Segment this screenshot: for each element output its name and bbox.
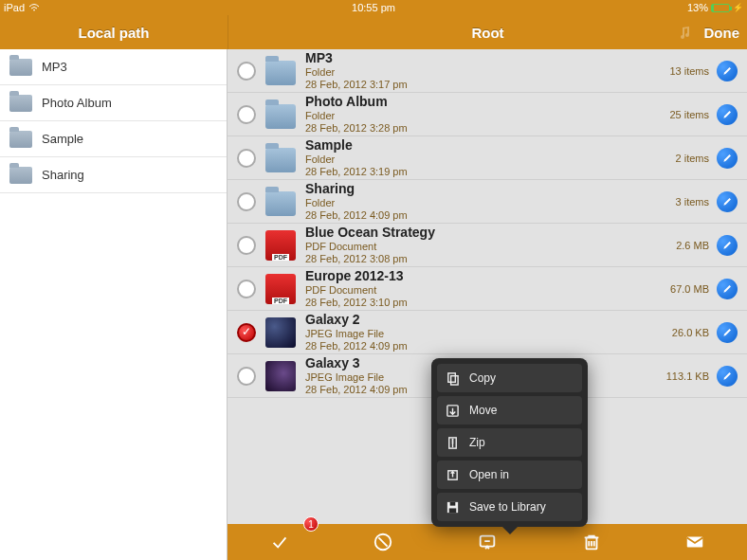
file-row[interactable]: Galaxy 2JPEG Image File28 Feb, 2012 4:09… xyxy=(228,311,747,354)
file-row[interactable]: Blue Ocean StrategyPDF Document28 Feb, 2… xyxy=(228,224,747,267)
svg-rect-5 xyxy=(450,375,458,384)
file-date: 28 Feb, 2012 3:17 pm xyxy=(305,79,652,91)
folder-icon xyxy=(9,59,32,76)
file-meta: 25 items xyxy=(652,109,709,120)
select-circle[interactable] xyxy=(237,105,256,124)
file-name: Sample xyxy=(305,137,652,154)
sidebar-item[interactable]: Sharing xyxy=(0,157,227,193)
file-date: 28 Feb, 2012 4:09 pm xyxy=(305,209,652,222)
select-circle[interactable] xyxy=(237,323,256,342)
select-all-button[interactable] xyxy=(267,530,292,554)
popover-label: Move xyxy=(469,404,497,417)
select-circle[interactable] xyxy=(237,367,256,386)
file-type: Folder xyxy=(305,110,652,122)
folder-icon xyxy=(265,191,296,216)
delete-button[interactable] xyxy=(579,530,604,554)
pdf-icon xyxy=(265,230,296,261)
select-circle[interactable] xyxy=(237,236,256,255)
music-icon[interactable] xyxy=(677,15,692,49)
file-meta: 3 items xyxy=(652,196,709,208)
openin-icon xyxy=(445,467,460,482)
file-row[interactable]: SampleFolder28 Feb, 2012 3:19 pm2 items xyxy=(228,136,747,180)
sidebar-item[interactable]: Photo Album xyxy=(0,85,227,121)
edit-button[interactable] xyxy=(717,322,738,343)
file-row[interactable]: Photo AlbumFolder28 Feb, 2012 3:28 pm25 … xyxy=(228,93,747,136)
file-name: Europe 2012-13 xyxy=(305,268,652,284)
move-icon xyxy=(445,403,460,418)
folder-icon xyxy=(265,148,296,172)
select-circle[interactable] xyxy=(237,149,256,168)
popover-item-openin[interactable]: Open in xyxy=(437,461,582,489)
wifi-icon xyxy=(28,3,40,12)
folder-icon xyxy=(265,104,296,129)
file-row[interactable]: SharingFolder28 Feb, 2012 4:09 pm3 items xyxy=(228,180,747,224)
edit-button[interactable] xyxy=(717,148,738,169)
popover-item-copy[interactable]: Copy xyxy=(437,364,582,392)
file-type: PDF Document xyxy=(305,241,652,253)
charging-icon: ⚡ xyxy=(733,3,743,12)
file-row[interactable]: MP3Folder28 Feb, 2012 3:17 pm13 items xyxy=(228,49,747,93)
file-meta: 67.0 MB xyxy=(652,283,709,295)
file-meta: 26.0 KB xyxy=(652,327,709,338)
pdf-icon xyxy=(265,274,296,304)
file-name: Blue Ocean Strategy xyxy=(305,225,652,241)
battery-icon xyxy=(711,4,730,12)
svg-rect-10 xyxy=(449,501,455,505)
select-circle[interactable] xyxy=(237,280,256,298)
file-type: Folder xyxy=(305,66,652,79)
file-meta: 13 items xyxy=(652,65,709,77)
sidebar-item[interactable]: MP3 xyxy=(0,49,227,85)
select-circle[interactable] xyxy=(237,62,256,81)
select-circle[interactable] xyxy=(237,192,256,211)
file-type: Folder xyxy=(305,154,652,166)
sidebar-item[interactable]: Sample xyxy=(0,121,227,157)
sidebar-item-label: Sample xyxy=(42,132,83,146)
main-title: Root xyxy=(471,25,503,41)
file-type: Folder xyxy=(305,197,652,209)
edit-button[interactable] xyxy=(717,366,738,387)
edit-button[interactable] xyxy=(717,61,738,81)
save-icon xyxy=(445,499,460,515)
svg-rect-11 xyxy=(448,508,456,513)
edit-button[interactable] xyxy=(717,191,738,212)
edit-button[interactable] xyxy=(717,279,738,299)
file-date: 28 Feb, 2012 3:10 pm xyxy=(305,297,652,309)
sidebar-item-label: MP3 xyxy=(42,60,67,74)
header-bar: Local path Root Done xyxy=(0,15,747,49)
popover-item-save[interactable]: Save to Library xyxy=(437,493,582,521)
popover-item-move[interactable]: Move xyxy=(437,396,582,425)
popover-item-zip[interactable]: Zip xyxy=(437,428,582,457)
edit-button[interactable] xyxy=(717,235,738,256)
file-name: Sharing xyxy=(305,181,652,197)
done-button[interactable]: Done xyxy=(704,15,740,49)
action-popover: CopyMoveZipOpen inSave to Library xyxy=(431,358,588,527)
file-meta: 113.1 KB xyxy=(652,370,709,382)
file-info: SharingFolder28 Feb, 2012 4:09 pm xyxy=(305,181,652,222)
cancel-button[interactable] xyxy=(371,530,395,554)
image-thumbnail xyxy=(265,317,296,348)
popover-label: Zip xyxy=(469,436,485,449)
bottom-toolbar: 1 xyxy=(228,524,747,560)
popover-label: Open in xyxy=(469,468,509,481)
file-name: Photo Album xyxy=(305,94,652,110)
file-info: Photo AlbumFolder28 Feb, 2012 3:28 pm xyxy=(305,94,652,135)
file-type: PDF Document xyxy=(305,284,652,297)
file-date: 28 Feb, 2012 3:08 pm xyxy=(305,253,652,265)
folder-icon xyxy=(265,61,296,85)
file-meta: 2 items xyxy=(652,153,709,164)
file-info: SampleFolder28 Feb, 2012 3:19 pm xyxy=(305,137,652,178)
sidebar-item-label: Sharing xyxy=(42,168,84,182)
file-date: 28 Feb, 2012 3:19 pm xyxy=(305,166,652,178)
battery-percent: 13% xyxy=(687,2,708,13)
file-row[interactable]: Europe 2012-13PDF Document28 Feb, 2012 3… xyxy=(228,267,747,311)
device-label: iPad xyxy=(4,2,25,13)
file-info: Europe 2012-13PDF Document28 Feb, 2012 3… xyxy=(305,268,652,309)
zip-icon xyxy=(445,435,460,450)
edit-button[interactable] xyxy=(717,104,738,125)
file-info: Blue Ocean StrategyPDF Document28 Feb, 2… xyxy=(305,225,652,265)
mail-button[interactable] xyxy=(683,530,707,554)
file-name: MP3 xyxy=(305,50,652,66)
status-bar: iPad 10:55 pm 13% ⚡ xyxy=(0,0,747,15)
actions-button[interactable] xyxy=(475,530,500,554)
file-date: 28 Feb, 2012 3:28 pm xyxy=(305,122,652,135)
